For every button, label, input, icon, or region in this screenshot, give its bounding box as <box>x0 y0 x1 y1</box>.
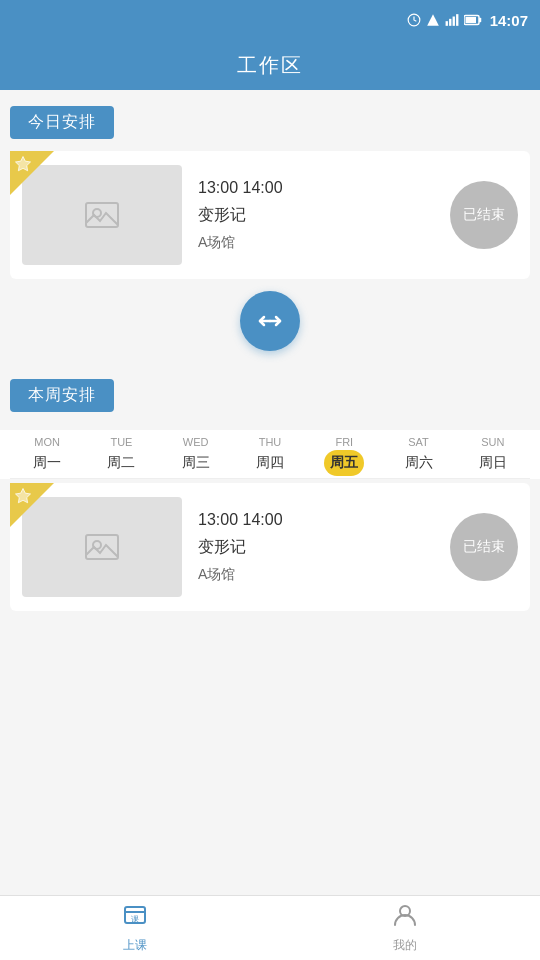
today-card-time: 13:00 14:00 <box>198 179 442 197</box>
today-card-venue: A场馆 <box>198 234 442 252</box>
nav-mine-label: 我的 <box>393 937 417 954</box>
week-card-venue: A场馆 <box>198 566 442 584</box>
week-card-title: 变形记 <box>198 537 442 558</box>
week-card[interactable]: 13:00 14:00 变形记 A场馆 已结束 <box>10 483 530 611</box>
class-icon: 课 <box>122 902 148 934</box>
week-day-sat[interactable]: SAT 周六 <box>381 436 455 476</box>
main-content: 今日安排 13:00 14:00 变形记 A场馆 已结束 <box>0 90 540 895</box>
week-calendar: MON 周一 TUE 周二 WED 周三 THU 周四 FRI 周五 SAT 周… <box>0 430 540 479</box>
mine-icon <box>392 902 418 934</box>
today-card-info: 13:00 14:00 变形记 A场馆 <box>182 179 442 252</box>
week-day-sun[interactable]: SUN 周日 <box>456 436 530 476</box>
week-day-mon[interactable]: MON 周一 <box>10 436 84 476</box>
today-card-status: 已结束 <box>450 181 518 249</box>
week-days-header: MON 周一 TUE 周二 WED 周三 THU 周四 FRI 周五 SAT 周… <box>10 430 530 479</box>
svg-text:课: 课 <box>131 915 139 924</box>
svg-rect-4 <box>452 17 454 26</box>
toggle-wrapper <box>0 291 540 351</box>
page-title: 工作区 <box>237 52 303 79</box>
nav-item-class[interactable]: 课 上课 <box>0 902 270 954</box>
svg-rect-9 <box>86 203 118 227</box>
week-card-info: 13:00 14:00 变形记 A场馆 <box>182 511 442 584</box>
nav-item-mine[interactable]: 我的 <box>270 902 540 954</box>
status-bar: 14:07 <box>0 0 540 40</box>
week-card-status: 已结束 <box>450 513 518 581</box>
today-section-label: 今日安排 <box>10 106 114 139</box>
week-day-thu[interactable]: THU 周四 <box>233 436 307 476</box>
svg-rect-7 <box>465 17 476 23</box>
svg-rect-8 <box>479 18 481 23</box>
svg-rect-3 <box>449 19 451 26</box>
status-icons <box>407 13 482 27</box>
week-section-header: 本周安排 <box>0 363 540 422</box>
week-day-tue[interactable]: TUE 周二 <box>84 436 158 476</box>
week-day-wed[interactable]: WED 周三 <box>159 436 233 476</box>
today-card-title: 变形记 <box>198 205 442 226</box>
svg-rect-11 <box>86 535 118 559</box>
page-header: 工作区 <box>0 40 540 90</box>
nav-class-label: 上课 <box>123 937 147 954</box>
card-corner-badge <box>10 151 54 195</box>
svg-marker-1 <box>427 14 439 26</box>
week-card-corner-badge <box>10 483 54 527</box>
toggle-view-button[interactable] <box>240 291 300 351</box>
bottom-nav: 课 上课 我的 <box>0 895 540 960</box>
week-section-label: 本周安排 <box>10 379 114 412</box>
svg-rect-2 <box>445 21 447 26</box>
week-card-time: 13:00 14:00 <box>198 511 442 529</box>
today-section: 今日安排 <box>0 90 540 149</box>
svg-rect-5 <box>456 14 458 26</box>
today-card[interactable]: 13:00 14:00 变形记 A场馆 已结束 <box>10 151 530 279</box>
status-time: 14:07 <box>490 12 528 29</box>
week-day-fri[interactable]: FRI 周五 <box>307 436 381 476</box>
